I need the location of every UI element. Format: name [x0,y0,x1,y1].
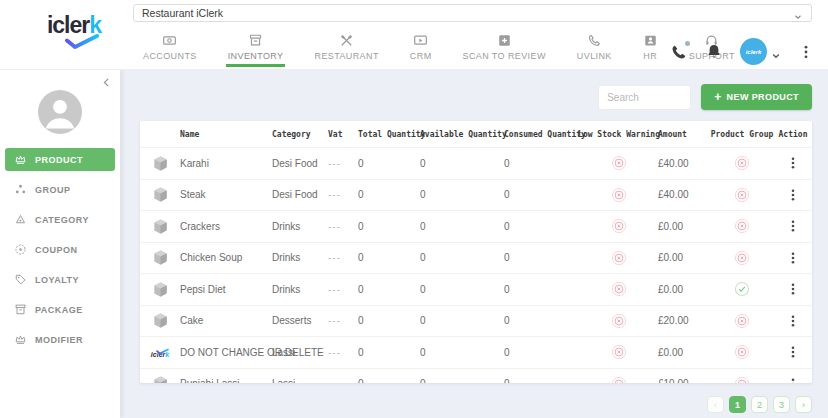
sidebar-item-product[interactable]: PRODUCT [5,148,115,171]
main-content: + NEW PRODUCT NameCategoryVatTotal Quant… [120,70,828,418]
column-header-amount: Amount [658,130,710,139]
row-actions-kebab-icon[interactable] [786,219,800,233]
total-quantity: 0 [358,378,420,383]
tab-crm[interactable]: CRM [408,31,434,67]
cube-icon [151,248,170,267]
more-options-kebab-icon[interactable] [798,44,814,60]
product-vat: --- [328,315,358,326]
pagination-page-2[interactable]: 2 [751,396,768,413]
uvlink-icon [587,33,602,48]
product-group-red-x-icon [734,344,750,360]
product-vat: --- [328,189,358,200]
tab-hr[interactable]: HR [641,31,660,67]
table-header-row: NameCategoryVatTotal QuantityAvailable Q… [140,121,812,147]
restaurant-select[interactable]: Restaurant iClerk [133,4,812,22]
product-category: Desi Food [272,189,328,200]
tab-label: INVENTORY [228,51,284,61]
sidebar-item-category[interactable]: CATEGORY [5,208,115,231]
phone-icon[interactable] [670,43,688,61]
collapse-sidebar-icon[interactable] [100,75,113,88]
product-group-red-x-icon [734,218,750,234]
low-stock-warning-red-x-icon [611,313,627,329]
column-header-vat: Vat [328,130,358,139]
row-actions-kebab-icon[interactable] [786,314,800,328]
product-amount: £0.00 [658,347,710,358]
top-bar: iclerk Restaurant iClerk ACCOUNTSINVENTO… [0,0,828,70]
table-row: CrackersDrinks---000£0.00 [140,210,812,242]
table-controls: + NEW PRODUCT [140,84,812,110]
row-actions-kebab-icon[interactable] [786,156,800,170]
sidebar-item-loyalty[interactable]: LOYALTY [5,268,115,291]
pagination-next-button[interactable]: › [795,396,812,413]
row-actions-kebab-icon[interactable] [786,188,800,202]
tab-scan-to-review[interactable]: SCAN TO REVIEW [461,31,548,67]
product-category: Drinks [272,284,328,295]
low-stock-warning-red-x-icon [611,155,627,171]
product-group-red-x-icon [734,250,750,266]
topbar-actions: iclerk [670,38,814,65]
product-vat: --- [328,252,358,263]
column-header-action: Action [779,130,808,139]
table-row: KarahiDesi Food---000£40.00 [140,147,812,179]
user-avatar-placeholder-icon [38,90,82,134]
tab-label: SCAN TO REVIEW [463,51,546,61]
pagination-page-1[interactable]: 1 [729,396,746,413]
low-stock-warning-red-x-icon [611,376,627,383]
cube-icon [151,217,170,236]
available-quantity: 0 [420,378,504,383]
total-quantity: 0 [358,158,420,169]
product-icon [14,153,27,166]
search-input[interactable] [598,85,691,110]
row-actions-kebab-icon[interactable] [786,251,800,265]
notifications-bell-icon[interactable] [705,43,723,61]
tab-uvlink[interactable]: UVLINK [575,31,614,67]
new-product-button[interactable]: + NEW PRODUCT [701,84,812,110]
total-quantity: 0 [358,221,420,232]
product-category: Drinks [272,252,328,263]
loyalty-icon [14,273,27,286]
sidebar-item-package[interactable]: PACKAGE [5,298,115,321]
main-nav-tabs: ACCOUNTSINVENTORYRESTAURANTCRMSCAN TO RE… [141,31,737,67]
new-product-button-label: NEW PRODUCT [727,92,799,102]
pagination-prev-button[interactable]: ‹ [707,396,724,413]
row-actions-kebab-icon[interactable] [786,345,800,359]
products-table: NameCategoryVatTotal QuantityAvailable Q… [140,121,812,383]
low-stock-warning-red-x-icon [611,250,627,266]
cube-icon [151,374,170,383]
scan-to-review-icon [497,33,512,48]
sidebar-item-group[interactable]: GROUP [5,178,115,201]
product-category: Lassi [272,378,328,383]
row-actions-kebab-icon[interactable] [786,377,800,383]
tab-inventory[interactable]: INVENTORY [226,31,286,67]
product-category: Desserts [272,315,328,326]
available-quantity: 0 [420,221,504,232]
product-vat: --- [328,158,358,169]
pagination-page-3[interactable]: 3 [773,396,790,413]
sidebar-item-modifier[interactable]: MODIFIER [5,328,115,351]
sidebar-item-label: CATEGORY [35,215,89,225]
user-menu-chevron-down-icon [771,47,781,57]
product-name: Crackers [180,221,272,232]
tab-label: ACCOUNTS [143,51,197,61]
column-header-category: Category [272,130,328,139]
tab-accounts[interactable]: ACCOUNTS [141,31,199,67]
product-amount: £0.00 [658,252,710,263]
consumed-quantity: 0 [504,221,580,232]
table-row: Chicken SoupDrinks---000£0.00 [140,242,812,274]
available-quantity: 0 [420,315,504,326]
table-row: iclerkDO NOT CHANGE OR DELETELassi---000… [140,336,812,368]
product-amount: £0.00 [658,284,710,295]
product-name: Chicken Soup [180,252,272,263]
tab-label: RESTAURANT [314,51,378,61]
column-header-available-quantity: Available Quantity [420,130,504,139]
iclerk-logo-icon: iclerk [147,343,173,361]
row-actions-kebab-icon[interactable] [786,282,800,296]
sidebar-item-coupon[interactable]: COUPON [5,238,115,261]
available-quantity: 0 [420,284,504,295]
product-vat: --- [328,221,358,232]
total-quantity: 0 [358,284,420,295]
tab-restaurant[interactable]: RESTAURANT [312,31,380,67]
available-quantity: 0 [420,158,504,169]
user-menu[interactable]: iclerk [740,38,781,65]
cube-icon [151,185,170,204]
